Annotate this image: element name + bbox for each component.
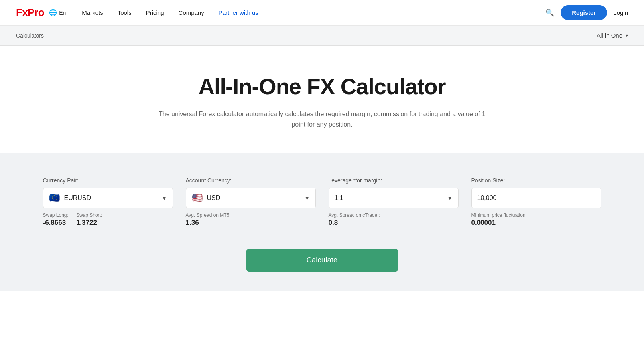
nav-company[interactable]: Company — [179, 9, 204, 16]
logo-text: FxPro — [16, 6, 44, 19]
mt5-spread-info: Avg. Spread on MT5: 1.36 — [186, 212, 316, 227]
account-currency-select[interactable]: 🇺🇸 USD ▼ — [186, 188, 316, 208]
min-price-label: Minimum price fluctuation: — [471, 212, 601, 218]
mt5-spread-label: Avg. Spread on MT5: — [186, 212, 316, 218]
currency-pair-value: EURUSD — [64, 194, 91, 202]
swap-short-label: Swap Short: — [76, 212, 102, 218]
min-price-value: 0.00001 — [471, 219, 601, 227]
swap-short-value: 1.3722 — [76, 219, 102, 227]
leverage-select-inner: 1:1 — [335, 194, 343, 202]
calculate-button[interactable]: Calculate — [246, 249, 398, 272]
header-right: 🔍 Register Login — [546, 5, 628, 20]
logo[interactable]: FxPro — [16, 6, 44, 19]
nav-tools[interactable]: Tools — [118, 9, 132, 16]
calculator-grid: Currency Pair: 🇪🇺 EURUSD ▼ Swap Long: -6… — [43, 177, 601, 227]
position-size-label: Position Size: — [471, 177, 601, 184]
account-currency-label: Account Currency: — [186, 177, 316, 184]
currency-pair-label: Currency Pair: — [43, 177, 173, 184]
nav-partner[interactable]: Partner with us — [219, 9, 258, 16]
calculator-section: Currency Pair: 🇪🇺 EURUSD ▼ Swap Long: -6… — [0, 153, 644, 291]
ctrader-spread-label: Avg. Spread on cTrader: — [329, 212, 459, 218]
account-currency-arrow-icon: ▼ — [305, 195, 310, 201]
min-price-info: Minimum price fluctuation: 0.00001 — [471, 212, 601, 227]
page-description: The universal Forex calculator automatic… — [159, 109, 486, 129]
calculators-label: Calculators — [16, 32, 44, 39]
currency-pair-arrow-icon: ▼ — [162, 195, 167, 201]
currency-pair-field: Currency Pair: 🇪🇺 EURUSD ▼ Swap Long: -6… — [43, 177, 173, 227]
eurusd-flag-icon: 🇪🇺 — [49, 192, 60, 204]
leverage-field: Leverage *for margin: 1:1 ▼ Avg. Spread … — [329, 177, 459, 227]
register-button[interactable]: Register — [561, 5, 607, 20]
usd-flag-icon: 🇺🇸 — [192, 192, 203, 204]
main-nav: Markets Tools Pricing Company Partner wi… — [82, 9, 546, 16]
ctrader-spread-value: 0.8 — [329, 219, 459, 227]
hero-section: All-In-One FX Calculator The universal F… — [0, 46, 644, 153]
calculate-button-wrap: Calculate — [43, 249, 601, 272]
currency-pair-select[interactable]: 🇪🇺 EURUSD ▼ — [43, 188, 173, 208]
lang-label: En — [59, 10, 66, 16]
swap-info: Swap Long: -6.8663 Swap Short: 1.3722 — [43, 212, 173, 227]
leverage-select[interactable]: 1:1 ▼ — [329, 188, 459, 208]
position-size-field: Position Size: Minimum price fluctuation… — [471, 177, 601, 227]
swap-long-label: Swap Long: — [43, 212, 68, 218]
leverage-value: 1:1 — [335, 194, 343, 202]
sub-nav: Calculators All in One ▾ — [0, 26, 644, 46]
currency-pair-select-inner: 🇪🇺 EURUSD — [49, 192, 91, 204]
header: FxPro 🌐 En Markets Tools Pricing Company… — [0, 0, 644, 26]
swap-long-item: Swap Long: -6.8663 — [43, 212, 68, 227]
swap-long-value: -6.8663 — [43, 219, 68, 227]
login-button[interactable]: Login — [613, 9, 628, 16]
page-title: All-In-One FX Calculator — [16, 73, 628, 99]
globe-icon: 🌐 — [49, 9, 57, 16]
calculator-type-dropdown[interactable]: All in One ▾ — [597, 32, 628, 39]
nav-pricing[interactable]: Pricing — [146, 9, 164, 16]
account-currency-value: USD — [207, 194, 221, 202]
divider — [43, 239, 601, 239]
account-currency-select-inner: 🇺🇸 USD — [192, 192, 221, 204]
search-icon[interactable]: 🔍 — [546, 8, 554, 17]
ctrader-spread-info: Avg. Spread on cTrader: 0.8 — [329, 212, 459, 227]
leverage-arrow-icon: ▼ — [447, 195, 453, 201]
mt5-spread-value: 1.36 — [186, 219, 316, 227]
position-size-input[interactable] — [471, 188, 601, 208]
nav-markets[interactable]: Markets — [82, 9, 103, 16]
chevron-down-icon: ▾ — [626, 33, 628, 38]
swap-short-item: Swap Short: 1.3722 — [76, 212, 102, 227]
account-currency-field: Account Currency: 🇺🇸 USD ▼ Avg. Spread o… — [186, 177, 316, 227]
dropdown-label: All in One — [597, 32, 622, 39]
leverage-label: Leverage *for margin: — [329, 177, 459, 184]
language-selector[interactable]: 🌐 En — [49, 9, 66, 16]
